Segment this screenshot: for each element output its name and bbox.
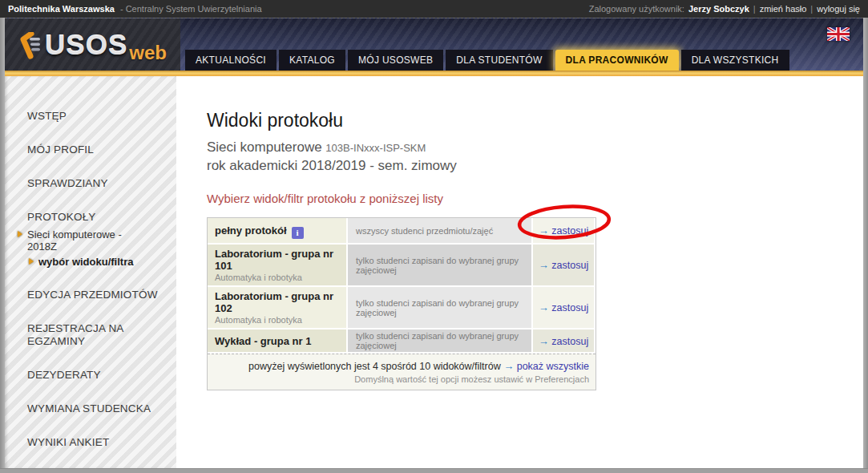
logout-link[interactable]: wyloguj się xyxy=(817,4,860,14)
usos-logo-icon xyxy=(18,32,41,59)
sidebar-item-protokoly[interactable]: PROTOKOŁY xyxy=(27,211,160,224)
tab-aktualnosci[interactable]: AKTUALNOŚCI xyxy=(185,50,277,71)
view-program: Automatyka i robotyka xyxy=(215,273,343,282)
arrow-icon: → xyxy=(503,360,514,372)
sidebar-item-rejestracja-na-egzaminy[interactable]: REJESTRACJA NA EGZAMINY xyxy=(27,322,160,348)
tab-dla-pracownikow[interactable]: DLA PRACOWNIKÓW xyxy=(555,50,679,71)
english-language-flag-icon[interactable] xyxy=(827,27,850,41)
logged-in-label: Zalogowany użytkownik: xyxy=(589,4,684,14)
arrow-icon: → xyxy=(539,301,549,313)
table-footer: powyżej wyświetlonych jest 4 spośród 10 … xyxy=(208,354,595,390)
sidebar-item-wymiana-studencka[interactable]: WYMIANA STUDENCKA xyxy=(27,402,160,415)
apply-label: zastosuj xyxy=(551,336,588,347)
arrow-icon: → xyxy=(539,335,549,347)
usosweb-page: Politechnika Warszawska - Centralny Syst… xyxy=(0,0,868,473)
separator: | xyxy=(810,4,813,14)
bullet-arrow-icon xyxy=(18,231,22,237)
tab-dla-wszystkich[interactable]: DLA WSZYSTKICH xyxy=(681,50,789,71)
tab-katalog[interactable]: KATALOG xyxy=(279,50,345,71)
course-name: Sieci komputerowe xyxy=(207,139,322,155)
page-title: Widoki protokołu xyxy=(207,110,863,131)
arrow-icon: → xyxy=(539,224,549,236)
view-name: Laboratorium - grupa nr 101 xyxy=(215,248,343,272)
top-bar: Politechnika Warszawska - Centralny Syst… xyxy=(0,0,868,18)
sidebar-item-edycja-przedmiotow[interactable]: EDYCJA PRZEDMIOTÓW xyxy=(27,289,160,301)
apply-link[interactable]: → zastosuj xyxy=(539,335,588,347)
protocol-views-table: pełny protokółi wszyscy studenci przedmi… xyxy=(207,217,596,390)
apply-link[interactable]: → zastosuj xyxy=(539,259,588,271)
view-program: Automatyka i robotyka xyxy=(215,315,343,325)
sidebar: WSTĘP MÓJ PROFIL SPRAWDZIANY PROTOKOŁY S… xyxy=(5,76,176,468)
apply-label: zastosuj xyxy=(551,225,588,236)
page-frame-bottom xyxy=(0,468,868,473)
choose-view-prompt: Wybierz widok/filtr protokołu z poniższe… xyxy=(207,192,863,205)
institution-name: Politechnika Warszawska xyxy=(8,4,115,14)
page-frame-right xyxy=(863,18,868,473)
table-row: Laboratorium - grupa nr 101 Automatyka i… xyxy=(208,245,595,287)
banner: USOS web AKTUALNOŚCI KATALOG MÓJ USOSWEB… xyxy=(5,18,863,71)
info-icon[interactable]: i xyxy=(292,227,304,239)
protokoly-subtree: Sieci komputerowe - 2018Z wybór widoku/f… xyxy=(5,228,176,268)
course-subitem-label: Sieci komputerowe - 2018Z xyxy=(27,228,147,253)
main-content: Widoki protokołu Sieci komputerowe 103B-… xyxy=(176,76,863,468)
institution-suffix: - Centralny System Uwierzytelniania xyxy=(120,4,262,14)
change-password-link[interactable]: zmień hasło xyxy=(760,4,807,14)
table-row: Wykład - grupa nr 1 tylko studenci zapis… xyxy=(208,329,595,354)
view-description: tylko studenci zapisani do wybranej grup… xyxy=(346,329,531,352)
bullet-arrow-icon xyxy=(29,258,34,265)
separator: | xyxy=(753,4,756,14)
view-description: tylko studenci zapisani do wybranej grup… xyxy=(346,245,531,285)
course-line: Sieci komputerowe 103B-INxxx-ISP-SKM xyxy=(207,139,863,157)
session-info: Zalogowany użytkownik: Jerzy Sobczyk | z… xyxy=(589,4,860,14)
view-name: Wykład - grupa nr 1 xyxy=(215,335,343,347)
preferences-note: Domyślną wartość tej opcji możesz ustawi… xyxy=(211,374,589,384)
logo-text-usos: USOS xyxy=(45,29,127,61)
main-navigation: AKTUALNOŚCI KATALOG MÓJ USOSWEB DLA STUD… xyxy=(185,50,789,71)
tab-dla-studentow[interactable]: DLA STUDENTÓW xyxy=(446,50,552,71)
show-all-link[interactable]: pokaż wszystkie xyxy=(517,361,589,372)
term-line: rok akademicki 2018/2019 - sem. zimowy xyxy=(207,157,863,175)
usos-logo[interactable]: USOS web xyxy=(5,18,180,71)
course-code: 103B-INxxx-ISP-SKM xyxy=(325,142,426,154)
apply-link[interactable]: → zastosuj xyxy=(539,224,588,236)
sidebar-item-moj-profil[interactable]: MÓJ PROFIL xyxy=(27,144,160,156)
apply-label: zastosuj xyxy=(551,260,588,271)
summary-text: powyżej wyświetlonych jest 4 spośród 10 … xyxy=(248,361,501,372)
institution-brand: Politechnika Warszawska - Centralny Syst… xyxy=(8,4,262,14)
arrow-icon: → xyxy=(539,259,549,271)
sidebar-subitem-wybor-widoku[interactable]: wybór widoku/filtra xyxy=(29,256,172,268)
view-name: Laboratorium - grupa nr 102 xyxy=(215,290,343,314)
gold-divider-bar xyxy=(5,71,863,76)
table-row: pełny protokółi wszyscy studenci przedmi… xyxy=(208,218,595,245)
view-description: wszyscy studenci przedmiotu/zajęć xyxy=(346,218,531,243)
active-subitem-label: wybór widoku/filtra xyxy=(38,256,133,268)
sidebar-item-wstep[interactable]: WSTĘP xyxy=(27,110,160,123)
sidebar-subitem-course[interactable]: Sieci komputerowe - 2018Z xyxy=(18,228,172,253)
logo-text-web: web xyxy=(129,42,167,71)
tab-moj-usosweb[interactable]: MÓJ USOSWEB xyxy=(348,50,443,71)
sidebar-item-dezyderaty[interactable]: DEZYDERATY xyxy=(27,369,160,382)
sidebar-item-wyniki-ankiet[interactable]: WYNIKI ANKIET xyxy=(27,436,160,449)
apply-label: zastosuj xyxy=(551,302,588,313)
sidebar-item-sprawdziany[interactable]: SPRAWDZIANY xyxy=(27,177,160,190)
view-description: tylko studenci zapisani do wybranej grup… xyxy=(346,287,531,328)
apply-link[interactable]: → zastosuj xyxy=(539,301,588,313)
view-name: pełny protokół xyxy=(215,224,287,236)
table-row: Laboratorium - grupa nr 102 Automatyka i… xyxy=(208,287,595,329)
user-name: Jerzy Sobczyk xyxy=(688,4,749,14)
views-count-summary: powyżej wyświetlonych jest 4 spośród 10 … xyxy=(211,360,589,372)
